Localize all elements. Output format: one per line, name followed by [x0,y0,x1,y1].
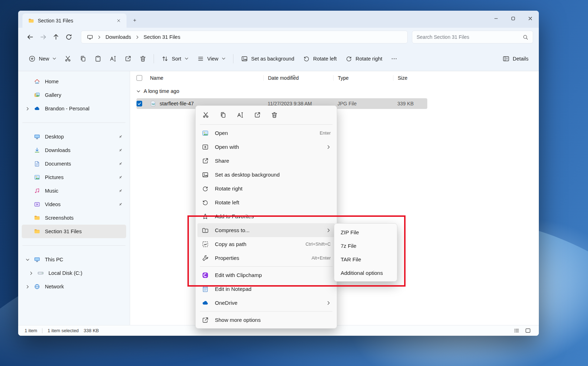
menu-item-set-as-desktop-background[interactable]: Set as desktop background [197,168,335,182]
rotate-right-icon [202,185,209,192]
breadcrumb-current[interactable]: Section 31 Files [142,33,182,41]
sidebar-item-section-31-files[interactable]: Section 31 Files [22,225,126,238]
sidebar-item-onedrive-personal[interactable]: Brandon - Personal [22,102,126,115]
view-button[interactable]: View [193,52,229,66]
rename-button[interactable] [106,52,120,66]
rotate-right-icon [345,55,352,62]
tab-section-31-files[interactable]: Section 31 Files [22,14,127,28]
up-button[interactable] [50,31,62,43]
refresh-button[interactable] [62,31,75,43]
rotate-right-button[interactable]: Rotate right [341,52,386,66]
sidebar-item-label: Home [45,79,59,84]
music-icon [34,188,40,194]
pin-icon [118,175,123,179]
set-as-background-button[interactable]: Set as background [237,52,298,66]
large-icons-view-toggle[interactable] [523,326,532,335]
menu-item-label: Add to Favorites [215,213,331,219]
cut-button[interactable] [202,111,210,119]
sidebar-item-home[interactable]: Home [22,75,126,88]
menu-item-rotate-left[interactable]: Rotate left [197,195,335,209]
column-header-name[interactable]: Name [150,75,263,81]
forward-button[interactable] [37,31,50,43]
menu-item-label: Copy as path [215,241,299,247]
select-all-checkbox[interactable] [136,75,142,81]
new-button[interactable]: New [25,52,60,66]
sidebar-item-music[interactable]: Music [22,184,126,198]
back-button[interactable] [24,31,37,43]
see-more-button[interactable] [387,52,401,66]
breadcrumb-downloads[interactable]: Downloads [104,33,133,41]
rename-icon [237,111,244,119]
sidebar-item-label: Desktop [45,134,64,140]
column-header-date-modified[interactable]: Date modified [263,75,333,81]
tab-close-icon[interactable] [114,16,123,25]
delete-button[interactable] [271,111,278,119]
sidebar-item-screenshots[interactable]: Screenshots [22,211,126,225]
minimize-button[interactable] [488,11,505,26]
menu-item-copy-as-path[interactable]: Copy as path Ctrl+Shift+C [197,237,335,251]
details-button[interactable]: Details [499,52,532,66]
copy-button[interactable] [76,52,90,66]
menu-item-share[interactable]: Share [197,154,335,168]
close-button[interactable] [522,11,539,26]
sidebar-item-gallery[interactable]: Gallery [22,88,126,102]
share-button[interactable] [254,111,261,119]
menu-item-edit-in-notepad[interactable]: Edit in Notepad [197,282,335,296]
column-header-size[interactable]: Size [393,75,427,81]
details-view-toggle[interactable] [512,326,521,335]
copy-button[interactable] [220,111,227,119]
submenu-item-tar-file[interactable]: TAR File [336,252,395,266]
submenu-item-7z-file[interactable]: 7z File [336,239,395,252]
new-tab-button[interactable] [129,14,141,26]
sidebar-item-documents[interactable]: Documents [22,157,126,171]
file-checkbox[interactable] [136,101,142,106]
chevron-down-icon [185,57,189,61]
sidebar-item-label: This PC [45,257,63,262]
sidebar-item-videos[interactable]: Videos [22,198,126,211]
maximize-button[interactable] [505,11,522,26]
sidebar-item-local-disk-c[interactable]: Local Disk (C:) [22,266,126,280]
toolbar-divider [233,54,233,63]
menu-item-compress-to[interactable]: Compress to... [197,223,335,237]
menu-item-label: Rotate left [215,199,331,205]
menu-item-label: Open with [215,144,320,150]
pin-icon [118,135,123,139]
toolbar-divider [154,54,154,63]
rotate-left-button[interactable]: Rotate left [299,52,341,66]
sidebar-item-downloads[interactable]: Downloads [22,143,126,157]
group-label: A long time ago [144,88,179,94]
menu-item-show-more-options[interactable]: Show more options [197,313,335,327]
menu-item-open[interactable]: Open Enter [197,126,335,140]
menu-item-add-to-favorites[interactable]: Add to Favorites [197,209,335,223]
file-name: starfleet-file-47 [160,101,194,106]
sidebar-item-desktop[interactable]: Desktop [22,130,126,143]
column-header-type[interactable]: Type [333,75,393,81]
share-button[interactable] [121,52,135,66]
sidebar-item-this-pc[interactable]: This PC [22,253,126,266]
menu-item-edit-with-clipchamp[interactable]: Edit with Clipchamp [197,268,335,282]
menu-item-properties[interactable]: Properties Alt+Enter [197,251,335,265]
search-input[interactable] [417,34,522,40]
submenu-item-zip-file[interactable]: ZIP File [336,225,395,239]
menu-item-open-with[interactable]: Open with [197,140,335,154]
sort-button[interactable]: Sort [158,52,192,66]
menu-item-onedrive[interactable]: OneDrive [197,296,335,310]
group-header-a-long-time-ago[interactable]: A long time ago [136,86,539,96]
submenu-item-additional-options[interactable]: Additional options [336,266,395,279]
chevron-right-icon [326,228,331,232]
breadcrumb: Downloads Section 31 Files [81,31,408,43]
file-explorer-window: Section 31 Files Downloads Section 31 Fi… [18,11,539,336]
menu-item-rotate-right[interactable]: Rotate right [197,182,335,195]
sidebar-item-pictures[interactable]: Pictures [22,171,126,184]
chevron-down-icon [222,57,226,61]
open-with-icon [202,143,209,151]
search-box [412,31,533,43]
cut-button[interactable] [61,52,75,66]
paste-button[interactable] [91,52,105,66]
open-photo-icon [202,130,209,137]
sidebar-item-network[interactable]: Network [22,280,126,293]
rename-button[interactable] [237,111,244,119]
delete-button[interactable] [136,52,150,66]
breadcrumb-this-pc[interactable] [86,33,94,41]
sidebar-item-label: Music [45,188,58,194]
